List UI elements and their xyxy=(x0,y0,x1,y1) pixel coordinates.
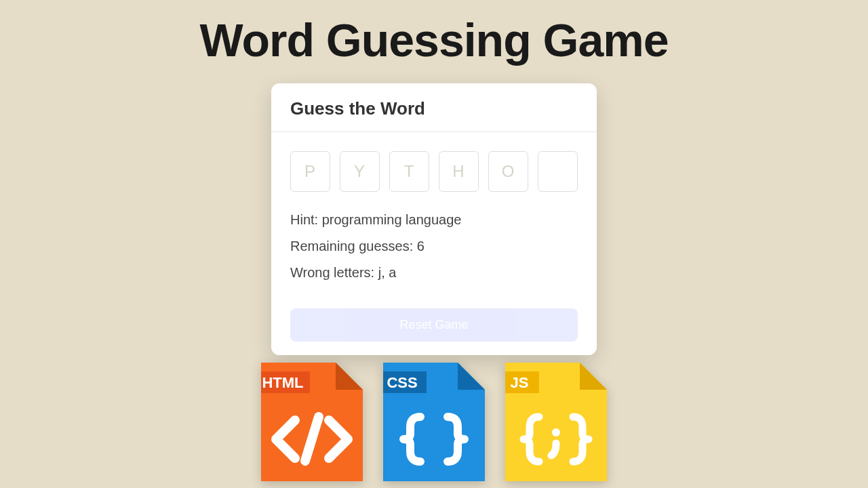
hint-value: programming language xyxy=(322,212,462,227)
card-header: Guess the Word xyxy=(271,83,597,132)
svg-marker-8 xyxy=(580,363,607,390)
letter-box[interactable]: P xyxy=(290,151,330,192)
card-heading: Guess the Word xyxy=(290,98,578,119)
letter-box[interactable]: O xyxy=(488,151,528,192)
remaining-value: 6 xyxy=(417,239,425,253)
js-label: JS xyxy=(511,374,529,391)
html-file-icon: HTML xyxy=(261,352,363,481)
css-file-icon: CSS xyxy=(383,352,485,481)
js-file-icon: JS xyxy=(505,352,607,481)
wrong-line: Wrong letters: j, a xyxy=(290,265,578,281)
remaining-line: Remaining guesses: 6 xyxy=(290,239,578,254)
remaining-label: Remaining guesses: xyxy=(290,239,413,253)
svg-marker-1 xyxy=(336,363,363,390)
svg-point-10 xyxy=(552,428,560,436)
hint-label: Hint: xyxy=(290,212,318,227)
hint-line: Hint: programming language xyxy=(290,212,578,228)
wrong-value: j, a xyxy=(378,265,397,280)
game-card: Guess the Word P Y T H O Hint: programmi… xyxy=(271,83,597,355)
letters-row: P Y T H O xyxy=(290,151,578,192)
letter-box[interactable]: H xyxy=(439,151,479,192)
wrong-label: Wrong letters: xyxy=(290,265,374,280)
svg-marker-5 xyxy=(458,363,485,390)
css-label: CSS xyxy=(387,374,417,391)
file-icons-row: HTML CSS JS xyxy=(261,352,607,481)
html-label: HTML xyxy=(262,374,303,391)
card-body: P Y T H O Hint: programming language Rem… xyxy=(271,132,597,298)
reset-button[interactable]: Reset Game xyxy=(290,308,578,342)
letter-box[interactable]: T xyxy=(389,151,429,192)
letter-box[interactable]: Y xyxy=(340,151,380,192)
page-title: Word Guessing Game xyxy=(0,14,868,66)
letter-box[interactable] xyxy=(538,151,578,192)
